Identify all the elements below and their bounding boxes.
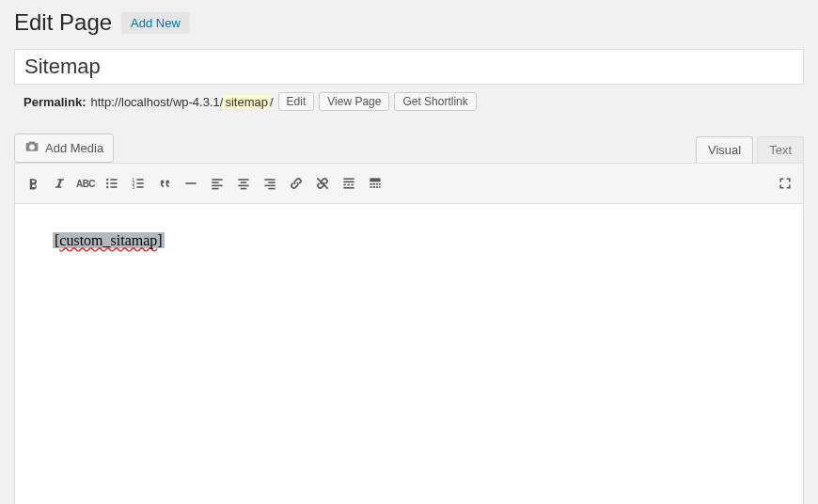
permalink-url: http://localhost/wp-4.3.1/sitemap/ xyxy=(90,95,273,109)
align-center-icon[interactable] xyxy=(231,171,256,196)
svg-rect-17 xyxy=(238,179,248,181)
svg-rect-33 xyxy=(370,183,371,185)
editor-tabs: Visual Text xyxy=(696,136,804,163)
bulleted-list-icon[interactable] xyxy=(100,171,124,196)
svg-rect-23 xyxy=(264,185,275,187)
svg-rect-13 xyxy=(212,179,222,181)
svg-rect-7 xyxy=(136,179,143,181)
svg-rect-18 xyxy=(241,181,246,183)
editor-toolbar: ABC 123 xyxy=(14,163,804,204)
svg-rect-12 xyxy=(185,182,196,184)
svg-rect-19 xyxy=(238,185,248,187)
svg-point-2 xyxy=(106,182,108,184)
svg-rect-28 xyxy=(343,184,345,186)
get-shortlink-button[interactable]: Get Shortlink xyxy=(394,92,476,111)
permalink-row: Permalink: http://localhost/wp-4.3.1/sit… xyxy=(14,92,804,111)
read-more-icon[interactable] xyxy=(337,171,361,196)
svg-rect-36 xyxy=(379,183,381,185)
svg-rect-21 xyxy=(264,179,275,181)
svg-rect-5 xyxy=(110,186,117,188)
svg-text:3: 3 xyxy=(133,185,135,190)
horizontal-rule-icon[interactable] xyxy=(179,171,203,196)
svg-rect-26 xyxy=(343,178,354,180)
italic-icon[interactable] xyxy=(47,171,71,196)
align-left-icon[interactable] xyxy=(205,171,229,196)
svg-rect-3 xyxy=(110,182,117,184)
page-title: Edit Page xyxy=(14,9,112,36)
bold-icon[interactable] xyxy=(21,171,45,196)
permalink-slug: sitemap xyxy=(223,95,270,109)
edit-permalink-button[interactable]: Edit xyxy=(278,92,315,111)
numbered-list-icon[interactable]: 123 xyxy=(126,171,150,196)
post-title-input[interactable] xyxy=(14,49,804,85)
align-right-icon[interactable] xyxy=(258,171,282,196)
strikethrough-icon[interactable]: ABC xyxy=(73,171,98,196)
svg-rect-39 xyxy=(376,186,378,188)
add-new-button[interactable]: Add New xyxy=(121,12,190,34)
svg-rect-27 xyxy=(343,181,354,183)
camera-music-icon xyxy=(24,139,39,157)
svg-rect-9 xyxy=(136,182,143,184)
svg-point-4 xyxy=(106,186,108,188)
svg-rect-34 xyxy=(373,183,375,185)
unlink-icon[interactable] xyxy=(310,171,335,196)
svg-rect-24 xyxy=(268,188,275,190)
svg-rect-29 xyxy=(347,184,349,186)
svg-rect-11 xyxy=(136,186,143,188)
view-page-button[interactable]: View Page xyxy=(319,92,389,111)
svg-rect-31 xyxy=(343,187,354,189)
svg-rect-1 xyxy=(110,179,117,181)
svg-rect-15 xyxy=(212,185,222,187)
svg-rect-32 xyxy=(370,178,380,181)
svg-point-0 xyxy=(106,179,108,181)
svg-rect-37 xyxy=(370,186,371,188)
page-heading: Edit Page Add New xyxy=(14,9,804,36)
tab-visual[interactable]: Visual xyxy=(696,136,753,163)
add-media-button[interactable]: Add Media xyxy=(14,134,114,163)
svg-rect-20 xyxy=(241,188,246,190)
permalink-label: Permalink: xyxy=(24,95,86,109)
svg-rect-40 xyxy=(379,186,381,188)
shortcode-text: [custom_sitamap] xyxy=(53,232,165,248)
fullscreen-icon[interactable] xyxy=(773,171,797,196)
toolbar-toggle-icon[interactable] xyxy=(363,171,387,196)
svg-rect-16 xyxy=(212,188,218,190)
blockquote-icon[interactable] xyxy=(152,171,177,196)
link-icon[interactable] xyxy=(284,171,308,196)
editor-content[interactable]: [custom_sitamap] xyxy=(14,204,804,504)
add-media-label: Add Media xyxy=(45,141,103,155)
svg-rect-30 xyxy=(351,184,353,186)
svg-rect-38 xyxy=(373,186,375,188)
tab-text[interactable]: Text xyxy=(757,136,804,163)
svg-rect-14 xyxy=(212,181,218,183)
svg-rect-22 xyxy=(268,181,275,183)
svg-rect-35 xyxy=(376,183,378,185)
